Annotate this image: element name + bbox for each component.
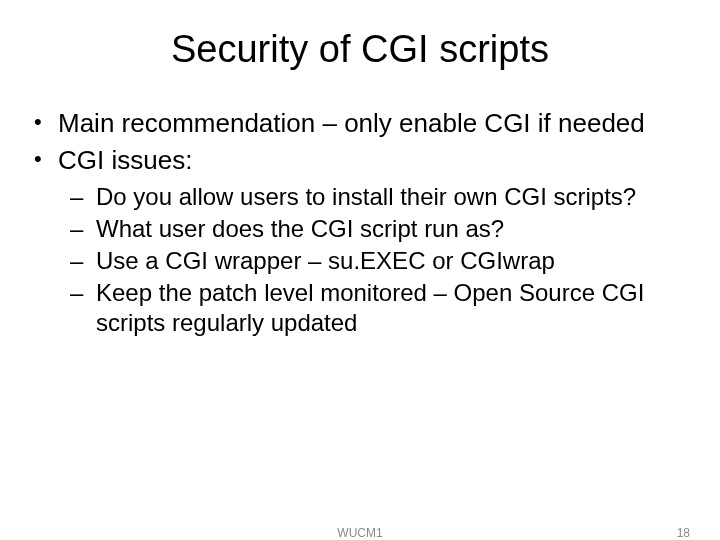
slide: Security of CGI scripts Main recommendat… [0, 0, 720, 540]
sub-bullet-item: Use a CGI wrapper – su.EXEC or CGIwrap [70, 246, 690, 276]
slide-title: Security of CGI scripts [30, 28, 690, 71]
slide-body: Main recommendation – only enable CGI if… [30, 107, 690, 338]
page-number: 18 [677, 526, 690, 540]
bullet-item: CGI issues: Do you allow users to instal… [30, 144, 690, 339]
sub-bullet-item: What user does the CGI script run as? [70, 214, 690, 244]
sub-bullet-list: Do you allow users to install their own … [58, 182, 690, 338]
sub-bullet-item: Do you allow users to install their own … [70, 182, 690, 212]
bullet-text: CGI issues: [58, 145, 192, 175]
sub-bullet-item: Keep the patch level monitored – Open So… [70, 278, 690, 338]
bullet-item: Main recommendation – only enable CGI if… [30, 107, 690, 140]
bullet-list: Main recommendation – only enable CGI if… [30, 107, 690, 338]
footer-center-text: WUCM1 [337, 526, 382, 540]
